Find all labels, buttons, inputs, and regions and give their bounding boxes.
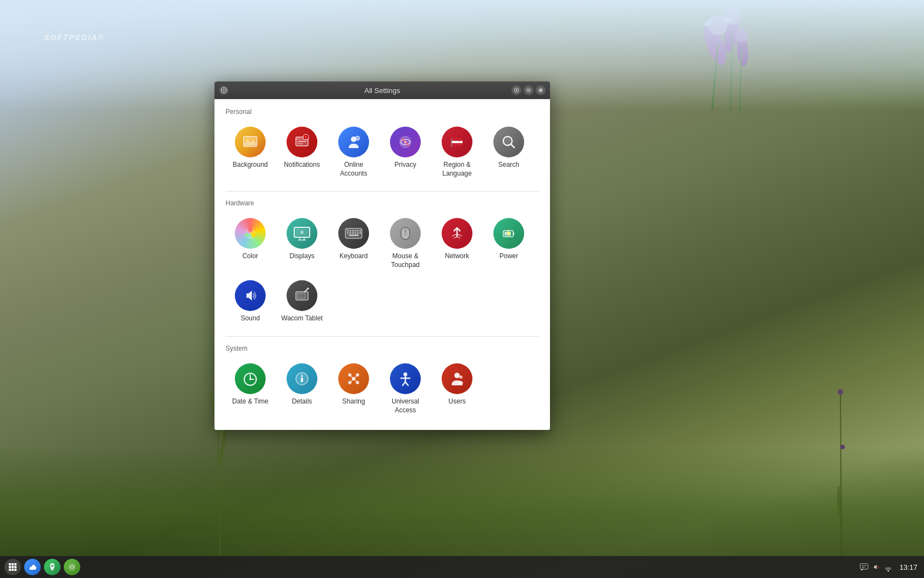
system-icons-grid: Date & Time i Det <box>226 359 539 419</box>
hardware-icons-grid: Color <box>226 214 539 328</box>
svg-line-50 <box>511 144 514 148</box>
softpedia-watermark: SOFTPEDIA® <box>44 33 105 42</box>
mouse-icon <box>390 218 421 249</box>
svg-line-111 <box>405 382 408 385</box>
wacom-tablet-item[interactable]: Wacom Tablet <box>277 276 327 328</box>
keyboard-label: Keyboard <box>339 252 367 261</box>
svg-rect-115 <box>12 563 14 565</box>
svg-point-22 <box>515 89 518 91</box>
apps-grid-button[interactable] <box>4 559 21 575</box>
svg-rect-122 <box>14 569 16 571</box>
universal-access-item[interactable]: Universal Access <box>381 359 430 419</box>
svg-line-14 <box>840 392 842 557</box>
sharing-label: Sharing <box>342 397 365 406</box>
users-item[interactable]: Users <box>432 359 482 419</box>
svg-rect-80 <box>513 232 514 235</box>
svg-point-85 <box>307 288 309 290</box>
search-label: Search <box>498 161 519 170</box>
power-item[interactable]: Power <box>484 214 534 274</box>
window-title: All Settings <box>364 86 400 95</box>
window-icon <box>219 85 229 95</box>
system-section-label: System <box>226 345 539 352</box>
universal-access-icon <box>390 363 421 394</box>
svg-rect-73 <box>360 232 361 234</box>
svg-rect-83 <box>298 293 305 298</box>
svg-point-39 <box>355 136 360 140</box>
region-language-item[interactable]: Region & Language <box>432 122 482 182</box>
svg-rect-34 <box>298 141 306 142</box>
power-label: Power <box>499 252 518 261</box>
date-time-item[interactable]: Date & Time <box>226 359 275 419</box>
sound-item[interactable]: Sound <box>226 276 275 328</box>
keyboard-item[interactable]: Keyboard <box>329 214 378 274</box>
pin-button[interactable] <box>512 85 521 95</box>
network-label: Network <box>445 252 469 261</box>
svg-point-15 <box>838 389 843 395</box>
svg-rect-62 <box>347 230 349 232</box>
cloud-app-icon[interactable] <box>24 559 41 575</box>
svg-rect-119 <box>14 566 16 568</box>
background-item[interactable]: Background <box>226 122 275 182</box>
volume-tray-icon <box>872 563 881 571</box>
users-label: Users <box>448 397 465 406</box>
svg-rect-45 <box>452 138 463 141</box>
sharing-icon <box>338 363 369 394</box>
minimize-button[interactable] <box>524 85 534 95</box>
mouse-touchpad-item[interactable]: Mouse & Touchpad <box>381 214 430 274</box>
svg-line-104 <box>354 375 358 379</box>
hardware-section-label: Hardware <box>226 199 539 207</box>
titlebar-controls <box>512 85 546 95</box>
close-button[interactable] <box>536 85 546 95</box>
titlebar-left <box>219 85 229 95</box>
svg-point-54 <box>245 233 249 237</box>
datetime-icon <box>235 363 266 394</box>
svg-rect-71 <box>355 232 356 234</box>
svg-point-17 <box>837 486 840 519</box>
notifications-item[interactable]: ! Notifications <box>277 122 327 182</box>
mint-app-icon[interactable] <box>64 559 80 575</box>
svg-rect-117 <box>9 566 11 568</box>
details-icon: i <box>287 363 317 394</box>
svg-point-96 <box>301 375 303 377</box>
online-accounts-item[interactable]: Online Accounts <box>329 122 378 182</box>
system-section: System <box>226 345 539 419</box>
search-item[interactable]: Search <box>484 122 534 182</box>
color-item[interactable]: Color <box>226 214 275 274</box>
svg-rect-70 <box>352 232 354 234</box>
sound-label: Sound <box>241 314 260 323</box>
wacom-icon <box>287 280 317 311</box>
svg-rect-116 <box>14 563 16 565</box>
system-tray-icons <box>860 563 893 571</box>
network-item[interactable]: Network <box>432 214 482 274</box>
region-icon <box>442 127 472 157</box>
hardware-section: Hardware <box>226 199 539 328</box>
grass-overlay <box>0 446 924 556</box>
hardware-divider <box>226 191 539 192</box>
svg-rect-64 <box>352 230 354 232</box>
svg-rect-46 <box>452 143 463 146</box>
privacy-item[interactable]: Privacy <box>381 122 430 182</box>
maps-app-icon[interactable] <box>44 559 61 575</box>
svg-rect-77 <box>404 229 407 233</box>
universal-access-label: Universal Access <box>383 397 428 415</box>
notifications-icon: ! <box>287 127 317 157</box>
svg-rect-65 <box>355 230 356 232</box>
sharing-item[interactable]: Sharing <box>329 359 378 419</box>
sound-icon <box>235 280 266 311</box>
svg-rect-120 <box>9 569 11 571</box>
svg-rect-74 <box>349 235 359 236</box>
personal-section: Personal Backgroun <box>226 108 539 182</box>
displays-icon <box>287 218 317 249</box>
search-icon <box>493 127 524 157</box>
displays-item[interactable]: Displays <box>277 214 327 274</box>
background-label: Background <box>233 161 268 170</box>
taskbar-left <box>0 559 80 575</box>
background-icon <box>235 127 266 157</box>
details-item[interactable]: i Details <box>277 359 327 419</box>
svg-point-30 <box>246 139 249 141</box>
svg-point-49 <box>505 138 510 144</box>
privacy-icon <box>390 127 421 157</box>
users-icon <box>442 363 472 394</box>
settings-content: Personal Backgroun <box>215 99 550 430</box>
network-tray-icon <box>884 563 893 571</box>
